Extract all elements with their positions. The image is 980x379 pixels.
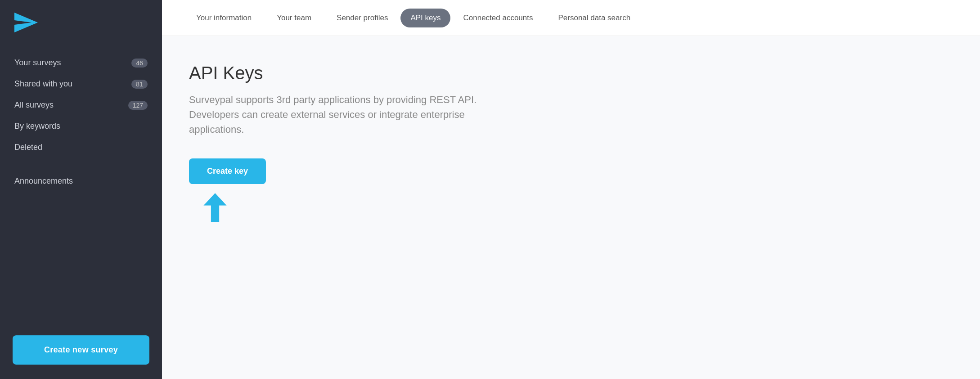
page-title: API Keys [189, 63, 953, 83]
sidebar-item-announcements[interactable]: Announcements [0, 171, 162, 192]
sidebar-item-label: Deleted [14, 143, 148, 152]
page-description: Surveypal supports 3rd party application… [189, 92, 504, 137]
top-navigation: Your information Your team Sender profil… [162, 0, 980, 36]
logo-area [0, 0, 162, 52]
tab-your-information[interactable]: Your information [184, 0, 264, 36]
sidebar: Your surveys 46 Shared with you 81 All s… [0, 0, 162, 379]
sidebar-item-label: Your surveys [14, 58, 131, 68]
sidebar-item-label: Shared with you [14, 79, 131, 89]
sidebar-badge-shared-with-you: 81 [131, 80, 148, 89]
svg-marker-1 [203, 193, 226, 222]
sidebar-item-label: All surveys [14, 100, 128, 110]
tab-your-team[interactable]: Your team [264, 0, 324, 36]
create-new-survey-button[interactable]: Create new survey [13, 335, 149, 365]
sidebar-item-by-keywords[interactable]: By keywords [0, 116, 162, 137]
sidebar-item-deleted[interactable]: Deleted [0, 137, 162, 158]
tab-api-keys[interactable]: API keys [400, 9, 450, 27]
logo-icon [14, 13, 38, 32]
sidebar-footer: Create new survey [0, 326, 162, 379]
content-area: API Keys Surveypal supports 3rd party ap… [162, 36, 980, 379]
sidebar-badge-your-surveys: 46 [131, 59, 148, 68]
up-arrow-icon [202, 193, 228, 222]
sidebar-item-label: Announcements [14, 176, 148, 186]
tab-connected-accounts[interactable]: Connected accounts [450, 0, 545, 36]
sidebar-item-your-surveys[interactable]: Your surveys 46 [0, 52, 162, 73]
sidebar-item-label: By keywords [14, 122, 148, 131]
create-key-button[interactable]: Create key [189, 158, 266, 184]
svg-marker-0 [14, 13, 38, 32]
tab-sender-profiles[interactable]: Sender profiles [324, 0, 400, 36]
sidebar-item-shared-with-you[interactable]: Shared with you 81 [0, 73, 162, 95]
nav-gap [0, 158, 162, 171]
sidebar-item-all-surveys[interactable]: All surveys 127 [0, 95, 162, 116]
tab-personal-data-search[interactable]: Personal data search [545, 0, 643, 36]
main-panel: Your information Your team Sender profil… [162, 0, 980, 379]
sidebar-badge-all-surveys: 127 [128, 101, 148, 110]
sidebar-navigation: Your surveys 46 Shared with you 81 All s… [0, 52, 162, 326]
arrow-container [189, 193, 953, 222]
